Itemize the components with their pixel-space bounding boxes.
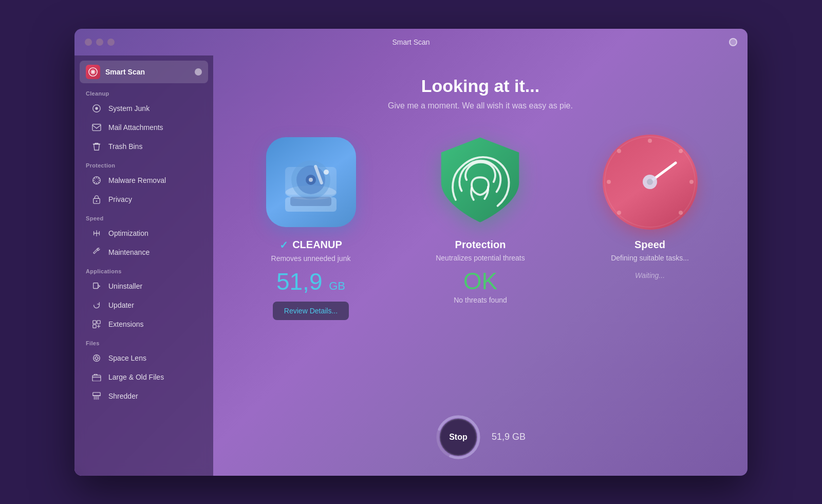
svg-point-2 — [92, 71, 94, 73]
svg-point-28 — [679, 149, 683, 153]
speed-description: Defining suitable tasks... — [611, 254, 689, 262]
shredder-label: Shredder — [108, 392, 138, 400]
traffic-lights — [85, 39, 115, 46]
speed-card: Speed Defining suitable tasks... Waiting… — [573, 136, 727, 320]
sidebar-item-optimization[interactable]: Optimization — [80, 224, 208, 242]
protection-sub-text: No threats found — [454, 296, 507, 304]
svg-rect-12 — [93, 324, 96, 327]
uninstaller-label: Uninstaller — [108, 282, 142, 290]
sidebar-item-smart-scan[interactable]: Smart Scan — [80, 61, 208, 83]
system-junk-icon — [91, 103, 102, 114]
sidebar-item-extensions[interactable]: Extensions — [80, 315, 208, 333]
cleanup-disk-icon — [266, 137, 356, 227]
svg-rect-11 — [97, 320, 100, 323]
speed-card-name: Speed — [634, 239, 665, 251]
large-old-files-label: Large & Old Files — [108, 373, 164, 381]
extensions-icon — [91, 319, 102, 330]
privacy-label: Privacy — [108, 195, 132, 203]
malware-removal-label: Malware Removal — [108, 176, 166, 184]
content-panel: Looking at it... Give me a moment. We al… — [213, 55, 748, 476]
content-header: Looking at it... Give me a moment. We al… — [388, 76, 573, 110]
svg-rect-9 — [94, 283, 98, 288]
maintenance-icon — [91, 247, 102, 258]
stop-size-label: 51,9 GB — [492, 432, 526, 442]
svg-point-8 — [96, 200, 98, 202]
sidebar-item-shredder[interactable]: Shredder — [80, 387, 208, 405]
review-details-button[interactable]: Review Details... — [273, 302, 349, 320]
sidebar-item-updater[interactable]: Updater — [80, 296, 208, 314]
sidebar-item-system-junk[interactable]: System Junk — [80, 99, 208, 118]
svg-point-4 — [95, 107, 98, 109]
cleanup-icon-area — [265, 136, 357, 229]
svg-rect-10 — [93, 320, 96, 323]
sidebar-item-privacy[interactable]: Privacy — [80, 190, 208, 209]
main-content: Smart Scan Cleanup System Junk — [74, 55, 748, 476]
cleanup-description: Removes unneeded junk — [271, 254, 351, 263]
stop-button[interactable]: Stop — [440, 419, 477, 456]
privacy-icon — [91, 194, 102, 205]
files-section-label: Files — [74, 334, 213, 348]
protection-icon-area — [434, 136, 527, 229]
sidebar-item-mail-attachments[interactable]: Mail Attachments — [80, 118, 208, 137]
sidebar-item-uninstaller[interactable]: Uninstaller — [80, 277, 208, 295]
protection-description: Neutralizes potential threats — [436, 254, 525, 262]
malware-removal-icon — [91, 175, 102, 186]
maximize-button[interactable] — [107, 39, 115, 46]
space-lens-icon — [91, 352, 102, 364]
speed-icon-area — [604, 136, 696, 229]
protection-shield-icon — [437, 135, 524, 230]
sidebar-item-space-lens[interactable]: Space Lens — [80, 349, 208, 367]
sidebar-item-large-old-files[interactable]: Large & Old Files — [80, 368, 208, 386]
uninstaller-icon — [91, 281, 102, 292]
system-junk-label: System Junk — [108, 104, 150, 113]
svg-rect-25 — [290, 197, 331, 206]
content-title: Looking at it... — [388, 76, 573, 96]
space-lens-label: Space Lens — [108, 354, 146, 362]
svg-point-31 — [607, 180, 611, 184]
optimization-label: Optimization — [108, 229, 148, 237]
sidebar-item-maintenance[interactable]: Maintenance — [80, 243, 208, 262]
cleanup-card: ✓ CLEANUP Removes unneeded junk 51,9 GB … — [234, 136, 388, 320]
updater-label: Updater — [108, 301, 134, 309]
protection-value: OK — [463, 269, 497, 293]
sidebar-item-trash-bins[interactable]: Trash Bins — [80, 137, 208, 156]
svg-point-24 — [324, 170, 329, 175]
minimize-button[interactable] — [96, 39, 103, 46]
shredder-icon — [91, 390, 102, 402]
svg-rect-16 — [93, 392, 100, 395]
svg-rect-15 — [92, 375, 101, 381]
main-window: Smart Scan Smart Scan Cleanup — [74, 29, 748, 476]
applications-section-label: Applications — [74, 262, 213, 276]
cleanup-section-label: Cleanup — [74, 84, 213, 99]
mail-attachments-icon — [91, 122, 102, 133]
speed-section-label: Speed — [74, 209, 213, 223]
trash-bins-label: Trash Bins — [108, 142, 142, 151]
speed-waiting: Waiting... — [635, 271, 665, 279]
svg-point-30 — [617, 149, 621, 153]
svg-point-29 — [689, 180, 694, 184]
svg-point-33 — [679, 211, 683, 215]
cleanup-check-icon: ✓ — [279, 239, 288, 251]
title-bar: Smart Scan — [74, 29, 748, 55]
settings-dot[interactable] — [729, 38, 737, 46]
svg-point-36 — [647, 179, 653, 185]
protection-card-name: Protection — [455, 239, 506, 251]
svg-point-14 — [95, 357, 98, 359]
large-old-files-icon — [91, 371, 102, 383]
trash-bins-icon — [91, 141, 102, 152]
content-subtitle: Give me a moment. We all wish it was eas… — [388, 101, 573, 110]
mail-attachments-label: Mail Attachments — [108, 123, 163, 132]
sidebar-item-malware-removal[interactable]: Malware Removal — [80, 171, 208, 190]
extensions-label: Extensions — [108, 320, 143, 328]
protection-section-label: Protection — [74, 156, 213, 171]
svg-rect-5 — [92, 124, 101, 130]
speed-gauge-icon — [603, 135, 698, 230]
updater-icon — [91, 300, 102, 311]
smart-scan-label: Smart Scan — [105, 68, 190, 76]
maintenance-label: Maintenance — [108, 248, 150, 256]
sidebar: Smart Scan Cleanup System Junk — [74, 55, 213, 476]
close-button[interactable] — [85, 39, 92, 46]
window-title: Smart Scan — [392, 38, 429, 46]
stop-circle: Stop — [435, 414, 481, 460]
stop-area: Stop 51,9 GB — [435, 414, 526, 460]
